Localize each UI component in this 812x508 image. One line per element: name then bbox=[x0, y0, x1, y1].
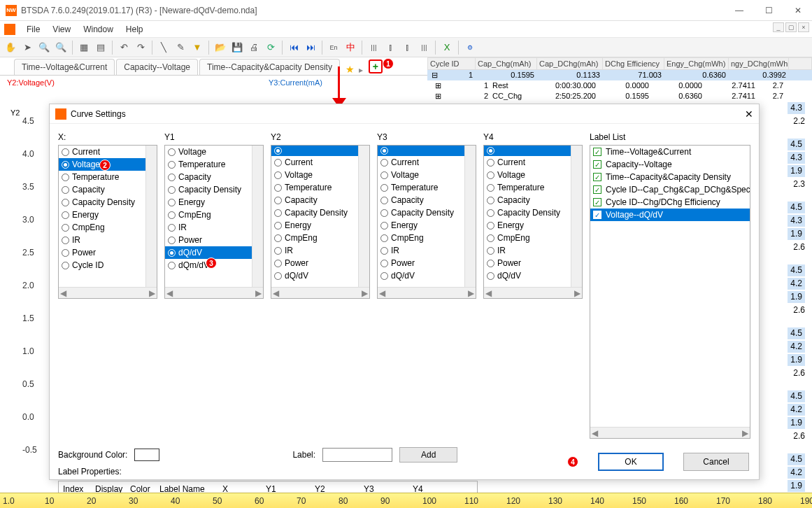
table-row[interactable]: ⊞ 1 Rest 0:00:30.000 0.0000 0.0000 2.741… bbox=[427, 80, 812, 91]
maximize-button[interactable]: ☐ bbox=[760, 6, 777, 15]
label-list-item[interactable]: ✓Time--Voltage&Current bbox=[590, 146, 750, 158]
list-option[interactable]: CmpEng bbox=[378, 232, 476, 244]
star-icon[interactable]: ★ bbox=[346, 64, 355, 75]
list-option[interactable]: Power bbox=[271, 257, 369, 269]
tab-time-voltage-current[interactable]: Time--Voltage&Current bbox=[14, 59, 115, 75]
list-option[interactable]: Temperature bbox=[165, 158, 263, 171]
y2-listbox[interactable]: CurrentVoltageTemperatureCapacityCapacit… bbox=[271, 145, 370, 299]
list-option[interactable]: Capacity Density bbox=[271, 206, 369, 219]
lang-en-icon[interactable]: En bbox=[326, 40, 341, 55]
sep2-icon[interactable]: ⫿ bbox=[383, 40, 398, 55]
list-option[interactable]: Temperature bbox=[484, 181, 582, 194]
undo-icon[interactable]: ↶ bbox=[116, 40, 131, 55]
label-list[interactable]: ✓Time--Voltage&Current✓Capacity--Voltage… bbox=[590, 145, 750, 439]
label-list-item[interactable]: ✓Cycle ID--Cap_Chg&Cap_DChg&Specific C bbox=[590, 183, 750, 196]
table-row[interactable]: ⊟ 1 0.1595 0.1133 71.003 0.6360 0.3992 bbox=[427, 70, 812, 80]
dialog-close-icon[interactable]: ✕ bbox=[745, 108, 753, 120]
menu-view[interactable]: View bbox=[47, 23, 76, 36]
list-option[interactable]: Energy bbox=[165, 196, 263, 209]
zoom-out-icon[interactable]: 🔍 bbox=[36, 40, 52, 55]
last-icon[interactable]: ⏭ bbox=[303, 40, 318, 55]
list-option[interactable]: Temperature bbox=[59, 171, 157, 183]
list-option[interactable]: dQ/dV bbox=[484, 269, 582, 282]
list-option[interactable]: IR bbox=[165, 221, 263, 234]
layout1-icon[interactable]: ▦ bbox=[76, 40, 92, 55]
list-option[interactable]: Capacity bbox=[378, 194, 476, 206]
list-option[interactable]: Current bbox=[271, 156, 369, 169]
tab-capacity-voltage[interactable]: Capacity--Voltage bbox=[116, 59, 198, 75]
list-option[interactable]: Capacity bbox=[484, 194, 582, 206]
pointer-icon[interactable]: ➤ bbox=[20, 40, 35, 55]
list-option[interactable]: IR bbox=[378, 244, 476, 257]
label-list-item[interactable]: ✓Voltage--dQ/dV bbox=[590, 209, 750, 221]
close-button[interactable]: ✕ bbox=[790, 6, 806, 15]
filter-icon[interactable]: ▼ bbox=[190, 40, 205, 55]
excel-icon[interactable]: X bbox=[439, 40, 455, 55]
list-option[interactable]: Power bbox=[59, 246, 157, 259]
label-input[interactable] bbox=[322, 448, 392, 462]
y1-listbox[interactable]: VoltageTemperatureCapacityCapacity Densi… bbox=[164, 145, 264, 299]
list-option[interactable]: Cycle ID bbox=[59, 259, 157, 271]
list-option[interactable]: Current bbox=[59, 146, 157, 158]
first-icon[interactable]: ⏮ bbox=[286, 40, 301, 55]
add-tab-button[interactable]: + 1 bbox=[369, 59, 383, 73]
list-option[interactable]: Capacity Density bbox=[165, 183, 263, 196]
list-option[interactable] bbox=[484, 146, 582, 156]
label-list-item[interactable]: ✓Capacity--Voltage bbox=[590, 158, 750, 171]
cancel-button[interactable]: Cancel bbox=[683, 453, 749, 471]
list-option[interactable]: dQ/dV bbox=[271, 269, 369, 282]
add-button[interactable]: Add bbox=[399, 447, 457, 463]
sep1-icon[interactable]: ⫼ bbox=[366, 40, 381, 55]
list-option[interactable]: CmpEng bbox=[484, 232, 582, 244]
list-option[interactable]: IR bbox=[59, 234, 157, 246]
list-option[interactable]: CmpEng bbox=[59, 221, 157, 234]
edit-icon[interactable]: ✎ bbox=[173, 40, 188, 55]
menu-file[interactable]: File bbox=[21, 23, 45, 36]
menu-window[interactable]: Window bbox=[78, 23, 119, 36]
list-option[interactable]: Temperature bbox=[271, 181, 369, 194]
sep3-icon[interactable]: ⫿ bbox=[399, 40, 415, 55]
redo-icon[interactable]: ↷ bbox=[133, 40, 148, 55]
label-list-item[interactable]: ✓Time--Capacity&Capacity Density bbox=[590, 171, 750, 183]
table-row[interactable]: ⊞ 2 CC_Chg 2:50:25.200 0.1595 0.6360 2.7… bbox=[427, 91, 812, 101]
y3-listbox[interactable]: CurrentVoltageTemperatureCapacityCapacit… bbox=[377, 145, 476, 299]
list-option[interactable]: Power bbox=[165, 234, 263, 246]
ok-button[interactable]: OK bbox=[598, 453, 664, 471]
list-option[interactable]: Energy bbox=[271, 219, 369, 232]
config-icon[interactable]: ⚙ bbox=[462, 40, 478, 55]
list-option[interactable]: Capacity Density bbox=[484, 206, 582, 219]
list-option[interactable]: Voltage bbox=[484, 169, 582, 181]
zoom-in-icon[interactable]: 🔍 bbox=[53, 40, 69, 55]
print-icon[interactable]: 🖨 bbox=[246, 40, 262, 55]
list-option[interactable]: Energy bbox=[484, 219, 582, 232]
list-option[interactable]: Current bbox=[378, 156, 476, 169]
list-option[interactable]: Capacity bbox=[165, 171, 263, 183]
list-option[interactable]: Energy bbox=[59, 209, 157, 221]
minimize-button[interactable]: — bbox=[731, 6, 748, 15]
mdi-close[interactable]: × bbox=[798, 22, 809, 32]
open-icon[interactable]: 📂 bbox=[213, 40, 228, 55]
mdi-max[interactable]: ▢ bbox=[785, 22, 797, 32]
list-option[interactable]: Power bbox=[378, 257, 476, 269]
save-icon[interactable]: 💾 bbox=[229, 40, 245, 55]
y4-listbox[interactable]: CurrentVoltageTemperatureCapacityCapacit… bbox=[483, 145, 583, 299]
menu-help[interactable]: Help bbox=[120, 23, 149, 36]
hand-icon[interactable]: ✋ bbox=[3, 40, 18, 55]
line-icon[interactable]: ╲ bbox=[156, 40, 171, 55]
list-option[interactable]: Capacity bbox=[59, 183, 157, 196]
refresh-icon[interactable]: ⟳ bbox=[263, 40, 278, 55]
list-option[interactable]: Energy bbox=[378, 219, 476, 232]
lang-cn-icon[interactable]: 中 bbox=[343, 40, 358, 55]
list-option[interactable]: IR bbox=[271, 244, 369, 257]
list-option[interactable]: IR bbox=[484, 244, 582, 257]
list-option[interactable]: dQ/dV bbox=[165, 246, 263, 259]
list-option[interactable]: Capacity bbox=[271, 194, 369, 206]
list-option[interactable]: CmpEng bbox=[271, 232, 369, 244]
layout2-icon[interactable]: ▤ bbox=[93, 40, 108, 55]
mdi-min[interactable]: _ bbox=[773, 22, 784, 32]
list-option[interactable] bbox=[378, 146, 476, 156]
label-list-item[interactable]: ✓Cycle ID--Chg/DChg Efficiency bbox=[590, 196, 750, 209]
list-option[interactable]: Capacity Density bbox=[378, 206, 476, 219]
x-listbox[interactable]: CurrentVoltageTemperatureCapacityCapacit… bbox=[58, 145, 157, 299]
list-option[interactable]: Voltage bbox=[271, 169, 369, 181]
